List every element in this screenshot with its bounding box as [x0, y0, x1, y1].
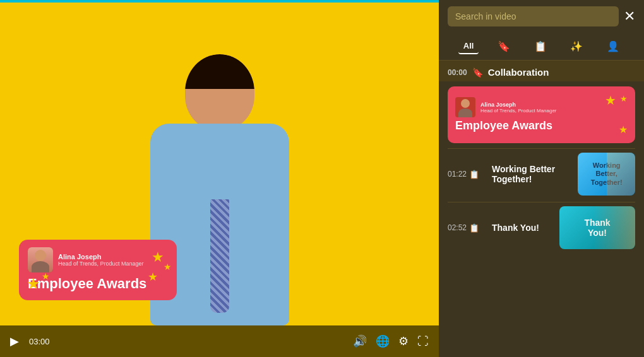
results-list: 00:00 🔖 Collaboration Alina Joseph Head … — [439, 61, 644, 357]
person-head — [185, 54, 254, 130]
search-input[interactable] — [448, 6, 619, 26]
result-header: Alina Joseph Head of Trends, Product Man… — [455, 97, 628, 117]
progress-bar-fill — [0, 0, 439, 3]
result-person-name: Alina Joseph — [480, 102, 557, 108]
fullscreen-icon[interactable]: ⛶ — [417, 335, 429, 348]
video-controls: ▶ 03:00 🔊 🌐 ⚙ ⛶ — [0, 325, 439, 357]
search-panel: ✕ All 🔖 📋 ✨ 👤 00:00 🔖 Collaboration — [439, 0, 644, 357]
scene-title: Thank You! — [492, 223, 539, 233]
thumb-person-overlay — [593, 206, 635, 249]
overlay-person-name: Alina Joseph — [58, 253, 144, 260]
overlay-card-header: Alina Joseph Head of Trends, Product Man… — [28, 247, 168, 272]
result-person-role: Head of Trends, Product Manager — [480, 108, 557, 114]
video-overlay-card: ★ ★ ★ Alina Joseph Head of Trends, Produ… — [19, 240, 177, 300]
scene-timestamp: 02:52 📋 — [448, 223, 486, 233]
video-background: ★ ★ ★ Alina Joseph Head of Trends, Produ… — [0, 0, 439, 357]
overlay-person-info: Alina Joseph Head of Trends, Product Man… — [58, 253, 144, 267]
scene-type-icon: 📋 — [469, 223, 479, 233]
tab-people[interactable]: 👤 — [602, 38, 624, 55]
chapter-header: 00:00 🔖 Collaboration — [439, 61, 644, 81]
chapter-time: 00:00 — [448, 68, 467, 77]
bookmark-icon: 🔖 — [498, 40, 510, 52]
filter-tabs: All 🔖 📋 ✨ 👤 — [439, 33, 644, 61]
settings-icon[interactable]: ⚙ — [398, 334, 408, 348]
star-icon: ★ — [27, 275, 40, 293]
star-icon: ★ — [605, 93, 616, 107]
progress-bar-container[interactable] — [0, 0, 439, 3]
avatar-image — [28, 247, 53, 272]
chapter-icon: 📋 — [534, 40, 547, 52]
scene-timestamp: 01:22 📋 — [448, 170, 486, 179]
person-tie — [210, 199, 229, 313]
close-button[interactable]: ✕ — [624, 9, 635, 23]
result-person-info: Alina Joseph Head of Trends, Product Man… — [480, 102, 557, 114]
card-star-bottom: ★ — [619, 124, 628, 136]
tab-all-label: All — [463, 41, 474, 50]
star-icon: ★ — [619, 124, 628, 135]
list-item[interactable]: 02:52 📋 Thank You! ThankYou! — [439, 202, 644, 255]
chapter-title: Collaboration — [488, 67, 549, 78]
result-card-title: Employee Awards — [455, 120, 628, 132]
scene-title: Working Better Together! — [492, 164, 571, 184]
scene-time: 01:22 — [448, 170, 467, 178]
chapter-bookmark-icon: 🔖 — [472, 67, 483, 78]
working-thumb-bg: WorkingBetter,Together! — [578, 153, 635, 196]
effects-icon: ✨ — [570, 40, 583, 52]
time-display: 03:00 — [29, 337, 50, 346]
star-icon: ★ — [164, 262, 172, 272]
card-stars: ★ ★ — [605, 93, 626, 108]
scene-time: 02:52 — [448, 223, 467, 232]
result-card-red: Alina Joseph Head of Trends, Product Man… — [448, 86, 635, 143]
result-avatar — [455, 97, 475, 117]
tab-bookmark[interactable]: 🔖 — [492, 38, 515, 55]
globe-icon[interactable]: 🌐 — [376, 334, 390, 348]
overlay-avatar — [28, 247, 53, 272]
person-hair — [185, 54, 254, 89]
tab-all[interactable]: All — [458, 38, 479, 54]
volume-icon[interactable]: 🔊 — [353, 334, 367, 348]
tab-effects[interactable]: ✨ — [565, 38, 588, 55]
scene-thumbnail: ThankYou! — [559, 206, 635, 249]
list-item[interactable]: 01:22 📋 Working Better Together! Working… — [439, 149, 644, 202]
scene-type-icon: 📋 — [469, 170, 479, 179]
search-input-wrapper — [448, 6, 619, 26]
overlay-person-role: Head of Trends, Product Manager — [58, 260, 144, 267]
list-item[interactable]: Alina Joseph Head of Trends, Product Man… — [439, 81, 644, 148]
tab-chapter[interactable]: 📋 — [529, 38, 552, 55]
star-icon: ★ — [152, 249, 164, 266]
video-player: ★ ★ ★ Alina Joseph Head of Trends, Produ… — [0, 0, 439, 357]
scene-thumbnail: WorkingBetter,Together! — [578, 153, 635, 196]
people-icon: 👤 — [607, 40, 619, 52]
star-icon: ★ — [620, 94, 628, 103]
search-header: ✕ — [439, 0, 644, 33]
controls-right: 🔊 🌐 ⚙ ⛶ — [353, 334, 429, 348]
thank-thumb-bg: ThankYou! — [559, 206, 635, 249]
thumb-overlay — [607, 153, 635, 196]
play-button[interactable]: ▶ — [10, 334, 19, 348]
star-icon: ★ — [42, 271, 50, 281]
star-icon: ★ — [148, 270, 158, 284]
